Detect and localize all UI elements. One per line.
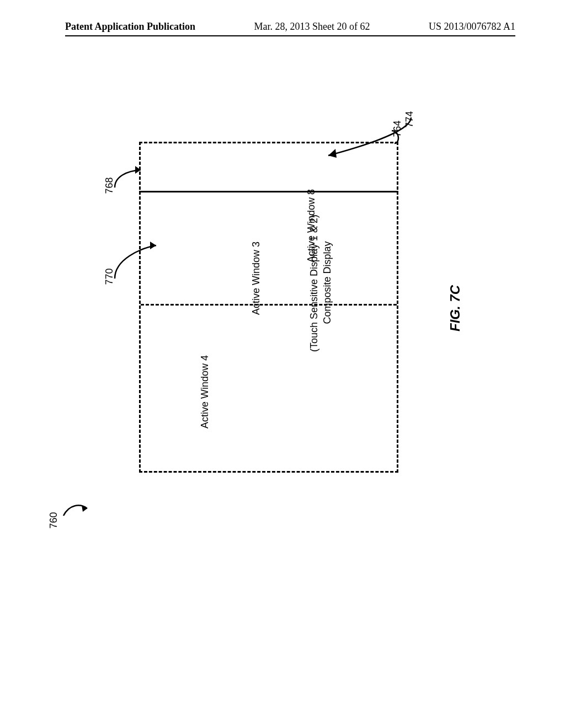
svg-marker-1	[135, 166, 141, 174]
ref-768-leader	[113, 160, 152, 193]
svg-marker-2	[150, 242, 156, 249]
header-left: Patent Application Publication	[65, 21, 195, 33]
inner-divider	[141, 304, 397, 306]
header-right: US 2013/0076782 A1	[429, 21, 515, 33]
page-header: Patent Application Publication Mar. 28, …	[0, 21, 565, 33]
figure-label: FIG. 7C	[447, 285, 463, 331]
svg-marker-3	[328, 149, 337, 158]
figure-stage: Composite Display (Touch Sensitive Displ…	[55, 83, 513, 579]
ref-770-leader	[113, 237, 163, 281]
active-window-8-label: Active Window 8	[306, 189, 317, 263]
ref-760: 760	[48, 512, 60, 528]
ref-760-leader	[61, 502, 94, 518]
ref-774-leader	[320, 116, 414, 160]
header-rule	[65, 35, 515, 36]
active-window-4-label: Active Window 4	[199, 355, 211, 429]
header-center: Mar. 28, 2013 Sheet 20 of 62	[254, 21, 370, 33]
